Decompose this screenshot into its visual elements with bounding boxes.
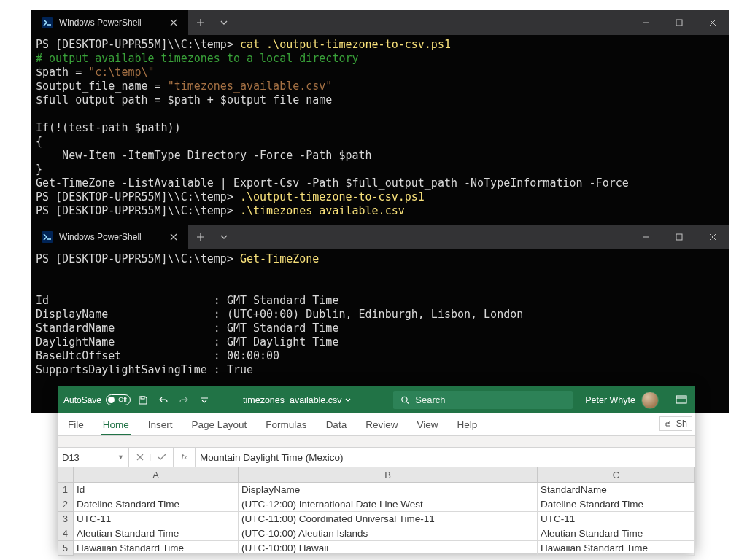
chevron-down-icon: ▼	[117, 454, 124, 461]
excel-user[interactable]: Peter Whyte	[585, 392, 659, 409]
cell[interactable]: StandardName	[538, 483, 695, 497]
ribbon-tab-file[interactable]: File	[66, 415, 85, 435]
cell[interactable]: Dateline Standard Time	[74, 497, 239, 512]
excel-titlebar[interactable]: AutoSave Off timezones_available.csv Pet…	[58, 386, 695, 413]
excel-ribbon-collapsed-area	[58, 436, 695, 448]
svg-point-5	[401, 397, 406, 402]
excel-search[interactable]	[393, 391, 573, 409]
select-all-corner[interactable]	[58, 467, 74, 483]
cell[interactable]: (UTC-11:00) Coordinated Universal Time-1…	[239, 512, 538, 526]
table-row[interactable]: 1IdDisplayNameStandardName	[58, 483, 695, 497]
column-header-B[interactable]: B	[239, 467, 538, 483]
autosave-toggle[interactable]: AutoSave Off	[63, 394, 131, 405]
cell[interactable]: Id	[74, 483, 239, 497]
excel-search-input[interactable]	[415, 394, 565, 405]
table-row[interactable]: 5Hawaiian Standard Time(UTC-10:00) Hawai…	[58, 541, 695, 556]
avatar	[641, 392, 659, 409]
name-box[interactable]: D13 ▼	[58, 448, 129, 467]
terminal2-output[interactable]: PS [DESKTOP-UPPR55M]\\C:\temp> Get-TimeZ…	[31, 249, 729, 381]
autosave-label: AutoSave	[63, 395, 101, 405]
svg-rect-1	[676, 20, 682, 26]
terminal2-maximize-button[interactable]	[662, 225, 696, 249]
row-header[interactable]: 3	[58, 512, 74, 526]
row-header[interactable]: 2	[58, 497, 74, 512]
cell[interactable]: Dateline Standard Time	[538, 497, 695, 512]
cell[interactable]: (UTC-10:00) Aleutian Islands	[239, 526, 538, 541]
ribbon-tab-data[interactable]: Data	[325, 415, 349, 435]
chevron-down-icon	[345, 397, 351, 403]
formula-bar: D13 ▼ fx	[58, 448, 695, 467]
undo-button[interactable]	[155, 392, 171, 408]
ribbon-tab-page-layout[interactable]: Page Layout	[190, 415, 249, 435]
terminal2-tab[interactable]: Windows PowerShell	[31, 225, 188, 249]
share-button[interactable]: Sh	[659, 416, 692, 431]
terminal1-maximize-button[interactable]	[662, 10, 696, 35]
excel-ribbon-tabs: FileHomeInsertPage LayoutFormulasDataRev…	[58, 413, 695, 436]
cell[interactable]: UTC-11	[538, 512, 695, 526]
excel-window: AutoSave Off timezones_available.csv Pet…	[58, 386, 695, 553]
formula-input[interactable]	[196, 448, 695, 467]
terminal2-dropdown-button[interactable]	[213, 225, 235, 249]
terminal2-new-tab-button[interactable]	[188, 225, 213, 249]
terminal1-minimize-button[interactable]	[629, 10, 662, 35]
cell[interactable]: Hawaiian Standard Time	[74, 541, 239, 556]
excel-grid[interactable]: ABC1IdDisplayNameStandardName2Dateline S…	[58, 467, 695, 556]
column-header-A[interactable]: A	[74, 467, 239, 483]
cell[interactable]: (UTC-12:00) International Date Line West	[239, 497, 538, 512]
terminal1-tab[interactable]: Windows PowerShell	[31, 10, 188, 35]
column-header-C[interactable]: C	[538, 467, 695, 483]
terminal2-tab-close-icon[interactable]	[166, 230, 181, 244]
ribbon-tab-help[interactable]: Help	[455, 415, 479, 435]
row-header[interactable]: 5	[58, 541, 74, 556]
qat-customize-button[interactable]	[196, 392, 212, 408]
cancel-edit-button[interactable]	[129, 454, 151, 461]
excel-filename[interactable]: timezones_available.csv	[243, 395, 351, 405]
terminal2-titlebar[interactable]: Windows PowerShell	[31, 225, 729, 249]
cell[interactable]: Hawaiian Standard Time	[538, 541, 695, 556]
terminal1-tab-title: Windows PowerShell	[59, 18, 160, 28]
table-row[interactable]: 3UTC-11(UTC-11:00) Coordinated Universal…	[58, 512, 695, 526]
terminal1-titlebar[interactable]: Windows PowerShell	[31, 10, 729, 35]
cell[interactable]: Aleutian Standard Time	[538, 526, 695, 541]
terminal-window-1: Windows PowerShell PS [DESKTOP-UPPR55M]\…	[31, 10, 729, 225]
table-row[interactable]: 2Dateline Standard Time(UTC-12:00) Inter…	[58, 497, 695, 512]
ribbon-tab-home[interactable]: Home	[101, 415, 131, 435]
svg-rect-4	[141, 397, 144, 399]
terminal1-tab-close-icon[interactable]	[166, 15, 181, 30]
terminal1-dropdown-button[interactable]	[213, 10, 235, 35]
ribbon-tab-review[interactable]: Review	[364, 415, 399, 435]
fx-icon[interactable]: fx	[174, 448, 196, 467]
svg-rect-3	[676, 234, 682, 240]
ribbon-display-options-button[interactable]	[672, 392, 691, 408]
terminal1-new-tab-button[interactable]	[188, 10, 213, 35]
terminal2-tab-title: Windows PowerShell	[59, 232, 160, 242]
powershell-icon	[42, 231, 53, 243]
redo-button[interactable]	[176, 392, 192, 408]
cell[interactable]: (UTC-10:00) Hawaii	[239, 541, 538, 556]
ribbon-tab-insert[interactable]: Insert	[147, 415, 174, 435]
terminal1-close-button[interactable]	[696, 10, 729, 35]
cell[interactable]: DisplayName	[239, 483, 538, 497]
confirm-edit-button[interactable]	[151, 454, 173, 461]
save-button[interactable]	[135, 392, 151, 408]
share-icon	[665, 419, 673, 428]
terminal1-output[interactable]: PS [DESKTOP-UPPR55M]\\C:\temp> cat .\out…	[31, 35, 729, 222]
terminal-window-2: Windows PowerShell PS [DESKTOP-UPPR55M]\…	[31, 225, 729, 413]
table-row[interactable]: 4Aleutian Standard Time(UTC-10:00) Aleut…	[58, 526, 695, 541]
terminal2-close-button[interactable]	[696, 225, 729, 249]
svg-rect-6	[676, 396, 686, 403]
row-header[interactable]: 1	[58, 483, 74, 497]
cell[interactable]: UTC-11	[74, 512, 239, 526]
powershell-icon	[42, 17, 53, 28]
terminal2-minimize-button[interactable]	[629, 225, 662, 249]
ribbon-tab-formulas[interactable]: Formulas	[264, 415, 308, 435]
cell[interactable]: Aleutian Standard Time	[74, 526, 239, 541]
row-header[interactable]: 4	[58, 526, 74, 541]
search-icon	[400, 395, 410, 405]
ribbon-tab-view[interactable]: View	[415, 415, 439, 435]
